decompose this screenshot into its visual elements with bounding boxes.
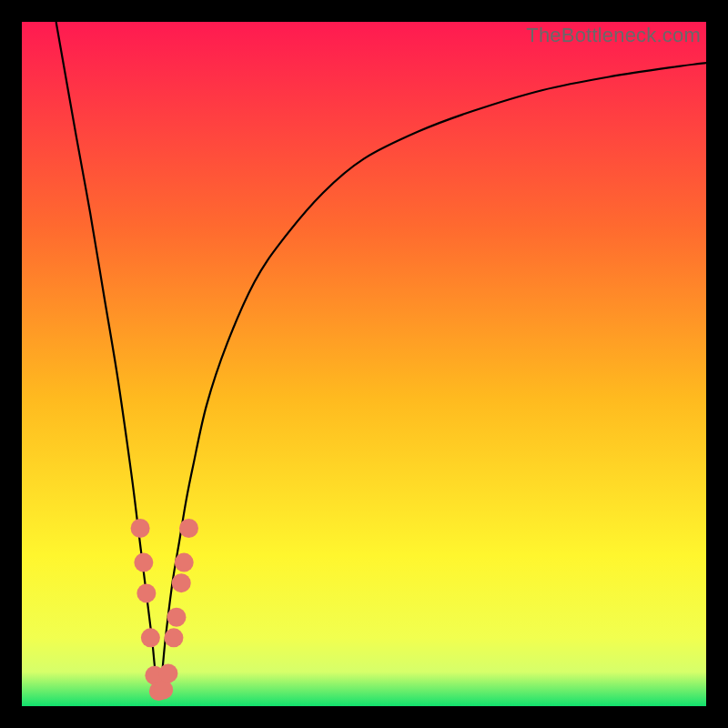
highlight-marker xyxy=(131,519,150,538)
highlight-marker xyxy=(167,608,186,627)
highlight-marker xyxy=(164,628,183,647)
highlight-marker xyxy=(175,553,194,572)
highlight-marker xyxy=(134,553,153,572)
highlight-marker xyxy=(158,663,177,682)
highlight-marker xyxy=(154,680,173,699)
highlight-marker xyxy=(141,628,160,647)
highlight-marker xyxy=(172,573,191,592)
watermark-label: TheBottleneck.com xyxy=(526,24,701,47)
highlight-marker xyxy=(136,583,156,602)
gradient-background xyxy=(22,22,706,706)
highlight-marker xyxy=(179,519,198,538)
chart-frame: TheBottleneck.com xyxy=(0,0,728,728)
plot-area xyxy=(22,22,706,706)
chart-svg xyxy=(22,22,706,706)
